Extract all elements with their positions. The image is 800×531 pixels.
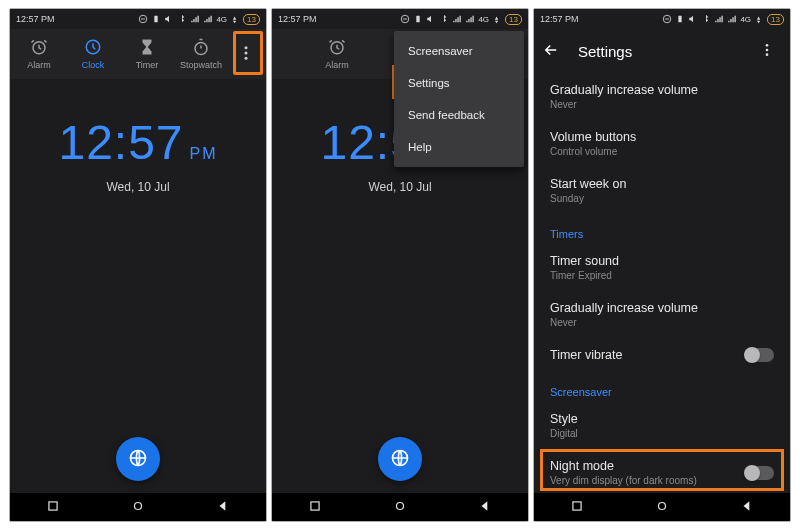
- network-label: 4G: [216, 15, 227, 24]
- svg-rect-14: [417, 16, 420, 23]
- tab-stopwatch[interactable]: Stopwatch: [174, 29, 228, 79]
- tab-timer[interactable]: Timer: [120, 29, 174, 79]
- nav-bar: [534, 493, 790, 521]
- network-label: 4G: [478, 15, 489, 24]
- date-value: Wed, 10 Jul: [272, 180, 528, 194]
- globe-icon: [390, 448, 410, 470]
- tab-alarm[interactable]: Alarm: [12, 29, 66, 79]
- svg-point-24: [766, 49, 769, 52]
- tab-alarm[interactable]: Alarm: [274, 29, 400, 79]
- menu-screensaver[interactable]: Screensaver: [394, 35, 524, 67]
- tab-label: Timer: [136, 60, 159, 70]
- setting-start-week[interactable]: Start week on Sunday: [550, 167, 774, 214]
- tab-clock[interactable]: Clock: [66, 29, 120, 79]
- nav-home-icon[interactable]: [131, 499, 145, 515]
- nav-recent-icon[interactable]: [46, 499, 60, 515]
- network-label: 4G: [740, 15, 751, 24]
- status-icons: 4G 13: [138, 14, 260, 25]
- tab-label: Stopwatch: [180, 60, 222, 70]
- signal-icon: [190, 14, 200, 24]
- stopwatch-icon: [192, 38, 210, 58]
- setting-timer-sound[interactable]: Timer sound Timer Expired: [550, 244, 774, 291]
- signal2-icon: [465, 14, 475, 24]
- bt-icon: [701, 14, 711, 24]
- globe-icon: [128, 448, 148, 470]
- setting-timer-vibrate[interactable]: Timer vibrate: [550, 338, 774, 372]
- menu-help[interactable]: Help: [394, 131, 524, 163]
- signal2-icon: [203, 14, 213, 24]
- screenshot-settings: 12:57 PM 4G 13 Settings Gradually increa…: [533, 8, 791, 522]
- status-bar: 12:57 PM 4G 13: [272, 9, 528, 29]
- category-screensaver: Screensaver: [550, 372, 774, 402]
- setting-grad-volume-timer[interactable]: Gradually increase volume Never: [550, 291, 774, 338]
- clock-tabs: Alarm Clock Timer Stopwatch: [10, 29, 266, 79]
- more-vert-icon: [759, 42, 775, 60]
- bt-icon: [177, 14, 187, 24]
- vibrate-icon: [151, 14, 161, 24]
- setting-grad-volume-alarm[interactable]: Gradually increase volume Never: [550, 73, 774, 120]
- setting-night-mode[interactable]: Night mode Very dim display (for dark ro…: [550, 449, 774, 496]
- nav-bar: [272, 493, 528, 521]
- battery-icon: 13: [243, 14, 260, 25]
- menu-feedback[interactable]: Send feedback: [394, 99, 524, 131]
- nav-home-icon[interactable]: [393, 499, 407, 515]
- svg-point-19: [396, 503, 403, 510]
- nav-home-icon[interactable]: [655, 499, 669, 515]
- add-world-clock-button[interactable]: [378, 437, 422, 481]
- more-vert-icon: [237, 44, 255, 64]
- svg-point-8: [245, 57, 248, 60]
- add-world-clock-button[interactable]: [116, 437, 160, 481]
- toggle-timer-vibrate[interactable]: [746, 348, 774, 362]
- status-icons: 4G 13: [662, 14, 784, 25]
- dnd-icon: [662, 14, 672, 24]
- nav-recent-icon[interactable]: [308, 499, 322, 515]
- svg-point-7: [245, 52, 248, 55]
- tab-label: Alarm: [27, 60, 51, 70]
- settings-appbar: Settings: [534, 29, 790, 73]
- screenshot-overflow-menu: 12:57 PM 4G 13 Alarm Clock 12:57 PM Wed: [271, 8, 529, 522]
- settings-list[interactable]: Gradually increase volume Never Volume b…: [534, 73, 790, 521]
- tab-label: Clock: [82, 60, 105, 70]
- back-button[interactable]: [542, 41, 572, 61]
- settings-overflow-button[interactable]: [752, 42, 782, 60]
- status-bar: 12:57 PM 4G 13: [534, 9, 790, 29]
- nav-recent-icon[interactable]: [570, 499, 584, 515]
- status-time: 12:57 PM: [16, 14, 55, 24]
- overflow-button[interactable]: [228, 29, 264, 79]
- bt-icon: [439, 14, 449, 24]
- clock-display: 12:57 PM Wed, 10 Jul: [10, 115, 266, 194]
- mute-icon: [164, 14, 174, 24]
- vibrate-icon: [413, 14, 423, 24]
- svg-rect-22: [679, 16, 682, 23]
- nav-back-icon[interactable]: [216, 499, 230, 515]
- arrow-back-icon: [542, 41, 560, 61]
- menu-settings[interactable]: Settings: [394, 67, 524, 99]
- setting-style[interactable]: Style Digital: [550, 402, 774, 449]
- signal-icon: [714, 14, 724, 24]
- status-time: 12:57 PM: [540, 14, 579, 24]
- overflow-menu: Screensaver Settings Send feedback Help: [394, 31, 524, 167]
- mute-icon: [688, 14, 698, 24]
- nav-back-icon[interactable]: [478, 499, 492, 515]
- screenshot-clock-overflow: 12:57 PM 4G 13 Alarm Clock Timer: [9, 8, 267, 522]
- alarm-icon: [328, 38, 346, 58]
- nav-back-icon[interactable]: [740, 499, 754, 515]
- date-value: Wed, 10 Jul: [10, 180, 266, 194]
- status-icons: 4G 13: [400, 14, 522, 25]
- data-icon: [754, 14, 764, 24]
- toggle-night-mode[interactable]: [746, 466, 774, 480]
- alarm-icon: [30, 38, 48, 58]
- battery-icon: 13: [505, 14, 522, 25]
- signal2-icon: [727, 14, 737, 24]
- svg-point-27: [658, 503, 665, 510]
- tab-label: Alarm: [325, 60, 349, 70]
- time-value: 12:57: [58, 115, 183, 170]
- signal-icon: [452, 14, 462, 24]
- svg-rect-26: [573, 502, 581, 510]
- data-icon: [492, 14, 502, 24]
- svg-point-11: [134, 503, 141, 510]
- setting-volume-buttons[interactable]: Volume buttons Control volume: [550, 120, 774, 167]
- svg-point-6: [245, 46, 248, 49]
- svg-point-25: [766, 53, 769, 56]
- dnd-icon: [400, 14, 410, 24]
